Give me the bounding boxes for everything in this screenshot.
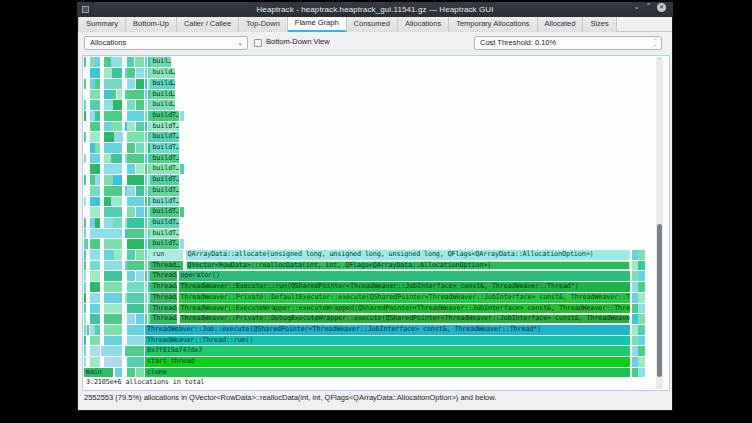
flame-cell[interactable] <box>136 207 145 217</box>
flame-cell[interactable] <box>95 79 100 89</box>
flame-cell[interactable] <box>84 239 88 249</box>
flame-cell[interactable] <box>84 293 86 303</box>
close-button[interactable]: ✕ <box>657 3 666 12</box>
flame-frame[interactable]: ThreadWeaver::Private::DefaultExecutor::… <box>179 293 631 303</box>
flame-cell[interactable] <box>127 68 135 78</box>
flame-cell[interactable] <box>104 304 123 314</box>
flame-cell[interactable] <box>90 261 100 271</box>
flame-cell[interactable] <box>127 325 144 335</box>
flame-cell[interactable] <box>127 293 144 303</box>
flame-cell[interactable] <box>127 57 134 67</box>
flame-cell[interactable] <box>127 304 144 314</box>
flame-cell[interactable] <box>95 57 100 67</box>
flame-frame[interactable]: ThreadWeaver::Executor::run(QSharedPoint… <box>179 282 631 292</box>
flame-cell[interactable] <box>127 336 144 346</box>
flame-cell[interactable] <box>84 57 86 67</box>
flame-frame[interactable]: Thread… <box>150 293 177 303</box>
flame-cell[interactable] <box>127 261 144 271</box>
flame-frame[interactable]: buildT… <box>150 164 179 174</box>
tab-sizes[interactable]: Sizes <box>583 17 616 32</box>
scroll-up-icon[interactable]: ⌃ <box>655 57 664 63</box>
flame-cell[interactable] <box>90 164 100 174</box>
flame-cell[interactable] <box>84 261 86 271</box>
flame-cell[interactable] <box>104 68 112 78</box>
flame-cell[interactable] <box>101 346 122 356</box>
flame-cell[interactable] <box>84 175 86 185</box>
flame-cell[interactable] <box>136 100 145 110</box>
flame-cell[interactable] <box>112 68 122 78</box>
flame-frame[interactable]: buildT… <box>150 154 179 164</box>
flame-cell[interactable] <box>104 282 123 292</box>
flame-frame[interactable]: buildT… <box>150 218 179 228</box>
flame-cell[interactable] <box>180 164 184 174</box>
flame-cell[interactable] <box>104 207 123 217</box>
flame-cell[interactable] <box>90 357 100 367</box>
bottom-down-checkbox[interactable] <box>254 39 262 47</box>
flame-cell[interactable] <box>84 346 86 356</box>
flame-cell[interactable] <box>632 261 638 271</box>
flame-cell[interactable] <box>632 325 638 335</box>
flame-cell[interactable] <box>104 57 111 67</box>
flame-cell[interactable] <box>113 175 122 185</box>
flame-frame[interactable]: buil… <box>150 57 171 67</box>
flame-cell[interactable] <box>104 132 114 142</box>
flame-cell[interactable] <box>84 250 86 260</box>
flame-frame[interactable]: 0x7f819a747de7 <box>145 346 630 356</box>
flame-cell[interactable] <box>638 357 645 367</box>
flame-cell[interactable] <box>632 282 638 292</box>
flame-cell[interactable] <box>136 368 145 378</box>
flame-frame[interactable]: buildT… <box>150 111 179 121</box>
tab-consumed[interactable]: Consumed <box>347 17 398 32</box>
flame-frame[interactable]: build… <box>150 68 175 78</box>
flame-cell[interactable] <box>87 325 89 335</box>
flame-cell[interactable] <box>104 261 123 271</box>
flame-cell[interactable] <box>632 250 638 260</box>
flame-frame[interactable]: main <box>84 368 113 378</box>
flame-cell[interactable] <box>117 90 123 100</box>
flame-cell[interactable] <box>127 239 144 249</box>
flame-frame[interactable]: buildT… <box>150 239 179 249</box>
tab-flame-graph[interactable]: Flame Graph <box>288 17 347 32</box>
flame-cell[interactable] <box>90 271 100 281</box>
flame-cell[interactable] <box>90 143 95 153</box>
flame-cell[interactable] <box>136 314 145 324</box>
flame-cell[interactable] <box>90 293 100 303</box>
flame-cell[interactable] <box>104 336 123 346</box>
flame-cell[interactable] <box>104 218 113 228</box>
cost-threshold-spinbox[interactable]: Cost Threshold: 0.10% ⌃⌄ <box>474 36 662 50</box>
flame-frame[interactable]: ThreadWeaver::Job::execute(QSharedPointe… <box>145 325 630 335</box>
flame-cell[interactable] <box>136 79 145 89</box>
flame-cell[interactable] <box>84 100 86 110</box>
flame-cell[interactable] <box>111 154 122 164</box>
flame-cell[interactable] <box>114 250 122 260</box>
flame-cell[interactable] <box>180 207 184 217</box>
flame-cell[interactable] <box>90 304 100 314</box>
flame-cell[interactable] <box>90 100 100 110</box>
flame-cell[interactable] <box>111 197 122 207</box>
flame-frame[interactable]: ThreadWeaver::Private::DebugExecuteWrapp… <box>179 314 631 324</box>
flame-cell[interactable] <box>632 271 638 281</box>
flame-cell[interactable] <box>127 175 144 185</box>
flame-cell[interactable] <box>104 197 111 207</box>
flame-cell[interactable] <box>84 304 86 314</box>
flame-cell[interactable] <box>638 271 645 281</box>
flame-cell[interactable] <box>90 314 100 324</box>
flame-cell[interactable] <box>127 346 144 356</box>
flame-frame[interactable]: buildT… <box>150 186 179 196</box>
flame-frame[interactable]: ThreadWeaver::ExecuteWrapper::executeWra… <box>179 304 631 314</box>
flame-cell[interactable] <box>127 164 135 174</box>
flame-cell[interactable] <box>90 325 95 335</box>
flame-cell[interactable] <box>136 164 145 174</box>
spinner-arrows-icon[interactable]: ⌃⌄ <box>653 37 657 49</box>
scrollbar-thumb[interactable] <box>657 224 662 377</box>
flame-cell[interactable] <box>638 314 645 324</box>
flame-frame[interactable]: buildT… <box>150 143 179 153</box>
flame-cell[interactable] <box>84 197 86 207</box>
flame-cell[interactable] <box>127 314 135 324</box>
flame-cell[interactable] <box>104 164 123 174</box>
flame-frame[interactable]: Thread… <box>150 304 177 314</box>
flame-cell[interactable] <box>114 132 123 142</box>
tab-allocated[interactable]: Allocated <box>538 17 584 32</box>
flame-cell[interactable] <box>90 346 100 356</box>
flame-cell[interactable] <box>95 175 100 185</box>
